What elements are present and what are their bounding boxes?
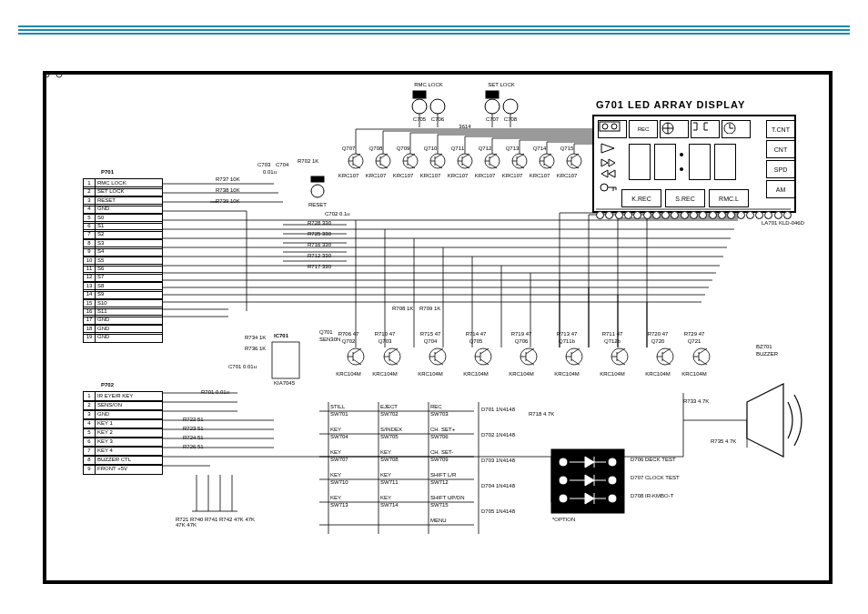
key-2-2: CH. SET-: [430, 449, 453, 455]
r725: R725 330: [308, 231, 331, 237]
bottrans-r-1: R710 47: [375, 331, 396, 337]
key-sw-1-2: SW706: [430, 434, 449, 439]
display-module-label: LA701 KLD-046D: [762, 220, 804, 226]
toptrans-Q707: Q707: [342, 146, 356, 151]
display-pin-21: [783, 211, 792, 219]
key-sw-2-0: SW707: [330, 457, 348, 462]
r723: R723 51: [183, 426, 204, 431]
svg-rect-6: [486, 91, 499, 98]
toptrans-type-8: KRC107: [557, 173, 578, 178]
bottrans-t-4: KRC104M: [509, 371, 534, 377]
display-pin-6: [643, 211, 651, 219]
bottrans-t-7: KRC104M: [645, 371, 671, 377]
bz-label: BUZZER: [756, 351, 778, 357]
cap-c707: C707: [486, 116, 499, 122]
bottrans-t-5: KRC104M: [554, 371, 580, 377]
matrix-diode-1: D702 1N4148: [481, 432, 515, 438]
key-4-1: KEY: [380, 495, 391, 500]
cap-3614: 3614: [459, 124, 470, 129]
toptrans-type-7: KRC107: [530, 173, 550, 178]
key-0-1: EJECT: [380, 404, 398, 409]
display-pin-13: [709, 211, 717, 219]
toptrans-type-5: KRC107: [475, 173, 496, 178]
r728: R728 330: [308, 220, 331, 226]
r737: R737 10K: [216, 176, 240, 182]
svg-point-4: [503, 99, 518, 114]
bottrans-t-2: KRC104M: [418, 371, 443, 377]
c701: C701 0.01u: [228, 364, 257, 369]
disp-am: AM: [766, 180, 795, 198]
p702-pin-9: 9FRONT +5V: [83, 464, 163, 475]
bottrans-1: Q703: [378, 338, 392, 344]
p702-label: P702: [101, 382, 114, 388]
pulldowns: R721 R740 R741 R742 47K 47K 47K 47K: [176, 517, 257, 528]
bottrans-t-0: KRC104M: [336, 371, 361, 377]
svg-point-33: [608, 494, 617, 503]
svg-point-32: [608, 476, 617, 485]
key-3-2: SHIFT L/R: [430, 472, 456, 478]
display-pin-17: [746, 211, 754, 219]
display-pin-14: [718, 211, 726, 219]
key-4-0: KEY: [330, 495, 341, 500]
bottrans-t-1: KRC104M: [372, 371, 398, 377]
toptrans-type-3: KRC107: [420, 173, 441, 178]
display-pin-11: [690, 211, 698, 219]
r739: R739 10K: [216, 198, 240, 204]
toptrans-Q711: Q711: [451, 146, 465, 151]
r724: R724 51: [183, 435, 204, 440]
jack-rmclock-label: RMC LOCK: [414, 82, 443, 87]
toptrans-type-1: KRC107: [366, 173, 387, 178]
key-sw-4-0: SW713: [330, 502, 348, 508]
matrix-diode-0: D701 1N4148: [481, 407, 515, 412]
bottrans-r-6: R711 47: [602, 331, 623, 337]
bottrans-5: Q711b: [559, 338, 575, 344]
toptrans-type-0: KRC107: [338, 173, 359, 178]
key-sw-1-1: SW705: [380, 434, 399, 439]
r735b: R735 4.7K: [711, 438, 736, 444]
disp-digit-3: [689, 144, 711, 180]
svg-rect-5: [413, 91, 426, 98]
disp-rmcl: RMC.L: [709, 189, 749, 207]
bz701: BZ701: [756, 344, 772, 349]
p701-pin-19: 19GND: [83, 332, 163, 343]
disp-digit-2: [654, 144, 676, 180]
d706: D706 DECK TEST: [631, 457, 676, 462]
disp-krec: K.REC: [621, 189, 661, 207]
toptrans-Q710: Q710: [424, 146, 438, 151]
key-4-2: SHIFT UP/DN: [430, 495, 465, 500]
svg-point-3: [485, 99, 500, 114]
option-title: *OPTION: [552, 517, 575, 522]
svg-point-28: [559, 458, 568, 467]
svg-point-35: [56, 75, 62, 77]
bottrans-t-8: KRC104M: [681, 371, 707, 377]
bottrans-8: Q721: [688, 338, 701, 344]
r701: R701 0.01u: [201, 389, 229, 395]
svg-point-31: [608, 458, 617, 467]
key-0-0: STILL: [330, 404, 345, 409]
d707: D707 CLOCK TEST: [631, 475, 680, 480]
bottrans-0: Q702: [342, 338, 356, 344]
display-pin-20: [774, 211, 782, 219]
key-2-0: KEY: [330, 449, 341, 455]
display-pin-3: [615, 211, 623, 219]
r712: R712 330: [308, 253, 331, 258]
key-0-2: REC: [430, 404, 442, 409]
q701: Q701: [319, 329, 333, 335]
svg-point-29: [559, 476, 568, 485]
r717: R717 330: [308, 264, 331, 269]
key-sw-0-1: SW702: [380, 411, 399, 417]
display-pin-16: [737, 211, 745, 219]
r733b: R733 4.7K: [683, 398, 709, 404]
svg-point-7: [311, 185, 324, 197]
key-3-0: KEY: [330, 472, 341, 478]
key-sw-1-0: SW704: [330, 434, 348, 439]
bottrans-r-2: R715 47: [420, 331, 441, 337]
toptrans-Q708: Q708: [369, 146, 383, 151]
matrix-diode-3: D704 1N4148: [481, 483, 515, 488]
bottrans-r-4: R719 47: [511, 331, 532, 337]
key-sw-0-0: SW701: [330, 411, 348, 417]
bottrans-3: Q705: [469, 338, 483, 344]
cap-c706: C706: [431, 116, 444, 122]
bottrans-6: Q712b: [604, 338, 621, 344]
q701t: SEN30N: [319, 337, 340, 342]
